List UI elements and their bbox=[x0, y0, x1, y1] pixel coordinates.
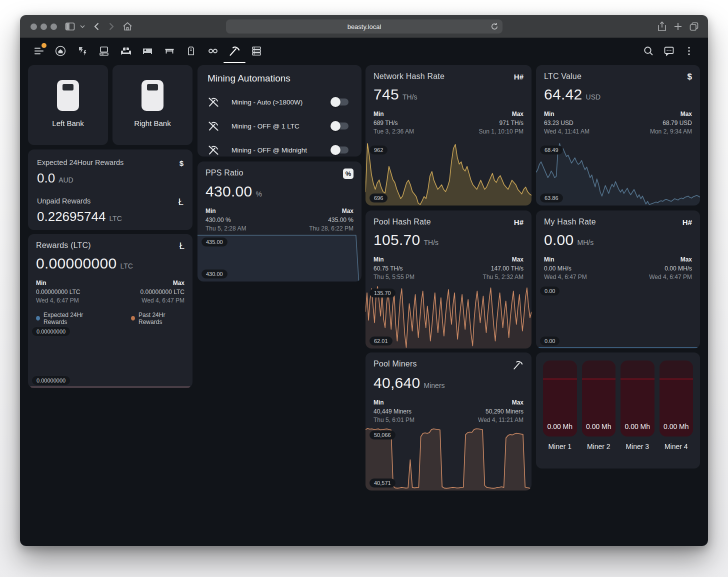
rewards-ltc-card: Rewards (LTC) Ł 0.00000000 LTC Min 0.000… bbox=[28, 234, 192, 388]
chart-max-pill: 0.00000000 bbox=[32, 327, 70, 336]
min-value: 63.23 USD bbox=[544, 119, 590, 128]
card-unit: USD bbox=[586, 93, 601, 101]
card-title: Network Hash Rate bbox=[374, 72, 444, 81]
ha-header bbox=[20, 38, 708, 64]
automation-row: Mining - OFF @ 1 LTC bbox=[208, 120, 352, 132]
min-label: Min bbox=[374, 398, 414, 408]
sidebar-toggle-icon[interactable] bbox=[64, 20, 76, 32]
left-bank-card[interactable]: Left Bank bbox=[28, 65, 108, 145]
miner-gauge[interactable]: 0.00 Mh Miner 2 bbox=[582, 360, 616, 450]
chart-min-pill: 0.00 bbox=[540, 336, 560, 346]
window-zoom-button[interactable] bbox=[50, 24, 57, 30]
dollar-icon: $ bbox=[180, 158, 184, 168]
card-value: 64.42 bbox=[544, 86, 582, 103]
legend-label: Expected 24Hr Rewards bbox=[44, 312, 101, 326]
back-button[interactable] bbox=[91, 20, 103, 32]
litecoin-icon: Ł bbox=[179, 241, 184, 251]
unpaid-rewards-unit: LTC bbox=[109, 214, 122, 222]
automation-row: Mining - OFF @ Midnight bbox=[208, 144, 352, 156]
card-value: 0.00000000 bbox=[36, 255, 117, 272]
miner-gauge[interactable]: 0.00 Mh Miner 3 bbox=[620, 360, 654, 450]
tab-living-room-icon[interactable] bbox=[120, 45, 132, 57]
tab-server-icon[interactable] bbox=[250, 45, 262, 57]
gauge-label: Miner 2 bbox=[587, 442, 610, 450]
pool-hash-rate-card: Pool Hash Rate H# 105.70 TH/s Min 60.75 … bbox=[366, 210, 532, 348]
search-icon[interactable] bbox=[642, 45, 654, 57]
assist-icon[interactable] bbox=[663, 45, 675, 57]
power-bank-icon bbox=[142, 80, 164, 111]
min-date: Wed 4, 6:47 PM bbox=[544, 273, 587, 282]
automation-toggle[interactable] bbox=[332, 122, 348, 130]
card-title: Pool Miners bbox=[374, 360, 417, 368]
tab-dining-icon[interactable] bbox=[164, 45, 176, 57]
home-button[interactable] bbox=[122, 20, 134, 32]
max-date: Mon 2, 9:34 AM bbox=[650, 128, 692, 136]
browser-titlebar: beasty.local bbox=[20, 15, 708, 38]
min-value: 0.00000000 LTC bbox=[36, 288, 80, 297]
home-assistant-app: Left Bank Right Bank Expected 24Hour Rew… bbox=[20, 38, 708, 546]
address-bar[interactable]: beasty.local bbox=[226, 20, 502, 34]
tab-overview-icon[interactable] bbox=[688, 20, 700, 32]
automation-label: Mining - OFF @ 1 LTC bbox=[232, 122, 332, 130]
max-label: Max bbox=[649, 256, 692, 264]
card-title: Pool Hash Rate bbox=[374, 218, 431, 226]
automation-label: Mining - Auto (>1800W) bbox=[232, 98, 332, 106]
network-hash-rate-card: Network Hash Rate H# 745 TH/s Min 689 TH… bbox=[366, 65, 532, 206]
tab-computer-icon[interactable] bbox=[98, 45, 110, 57]
min-value: 0.00 MH/s bbox=[544, 264, 587, 274]
dashboard: Left Bank Right Bank Expected 24Hour Rew… bbox=[20, 64, 708, 546]
overflow-menu-icon[interactable] bbox=[683, 45, 695, 57]
tab-energy-icon[interactable] bbox=[76, 45, 88, 57]
chart-min-pill: 62.01 bbox=[370, 336, 392, 346]
tab-mining-icon[interactable] bbox=[228, 45, 240, 57]
chart-max-pill: 0.00 bbox=[540, 286, 560, 296]
gauge-value: 0.00 Mh bbox=[582, 422, 616, 430]
tab-home-icon[interactable] bbox=[54, 45, 66, 57]
share-icon[interactable] bbox=[656, 20, 668, 32]
chevron-down-icon[interactable] bbox=[78, 22, 86, 30]
notification-dot bbox=[42, 43, 46, 48]
min-date: Wed 4, 6:47 PM bbox=[36, 296, 80, 306]
right-bank-card[interactable]: Right Bank bbox=[112, 65, 192, 145]
max-label: Max bbox=[479, 110, 524, 119]
new-tab-icon[interactable] bbox=[672, 20, 684, 32]
bank-label: Right Bank bbox=[134, 119, 170, 128]
reload-icon[interactable] bbox=[490, 22, 499, 31]
sidebar-menu-icon[interactable] bbox=[33, 45, 45, 57]
dollar-icon: $ bbox=[688, 72, 692, 82]
miner-gauge[interactable]: 0.00 Mh Miner 1 bbox=[543, 360, 577, 450]
max-date: Wed 4, 6:47 PM bbox=[649, 273, 692, 282]
pickaxe-icon bbox=[512, 360, 524, 370]
gauge-value: 0.00 Mh bbox=[543, 422, 577, 430]
window-minimize-button[interactable] bbox=[40, 24, 47, 30]
card-value: 105.70 bbox=[374, 232, 420, 248]
automation-toggle[interactable] bbox=[332, 98, 348, 106]
my-hash-rate-chart: 0.00 0.00 bbox=[536, 284, 700, 348]
min-label: Min bbox=[374, 256, 414, 264]
ltc-value-chart: 68.49 63.86 bbox=[536, 142, 700, 206]
card-value: 745 bbox=[374, 86, 399, 103]
safari-window: beasty.local bbox=[20, 15, 708, 546]
max-value: 971 TH/s bbox=[479, 119, 524, 128]
max-label: Max bbox=[650, 110, 692, 119]
max-date: Wed 4, 6:47 PM bbox=[140, 296, 184, 306]
max-label: Max bbox=[140, 279, 184, 288]
automation-toggle[interactable] bbox=[332, 146, 348, 154]
min-value: 40,449 Miners bbox=[374, 408, 414, 416]
tab-infinity-icon[interactable] bbox=[207, 45, 219, 57]
min-label: Min bbox=[544, 256, 587, 264]
max-value: 50,290 Miners bbox=[478, 408, 524, 416]
miner-gauge[interactable]: 0.00 Mh Miner 4 bbox=[660, 360, 694, 450]
max-label: Max bbox=[483, 256, 524, 264]
window-close-button[interactable] bbox=[30, 24, 37, 30]
active-tab-underline bbox=[224, 62, 246, 63]
card-unit: LTC bbox=[120, 262, 133, 270]
rewards-ltc-chart: 0.00000000 0.00000000 bbox=[28, 324, 192, 388]
min-date: Thu 5, 6:01 PM bbox=[374, 416, 414, 425]
card-value: 430.00 bbox=[206, 183, 252, 200]
forward-button[interactable] bbox=[105, 20, 117, 32]
tab-cabinet-icon[interactable] bbox=[185, 45, 197, 57]
gauge-value: 0.00 Mh bbox=[620, 422, 654, 430]
min-value: 60.75 TH/s bbox=[374, 264, 414, 274]
tab-bedroom-icon[interactable] bbox=[142, 45, 154, 57]
